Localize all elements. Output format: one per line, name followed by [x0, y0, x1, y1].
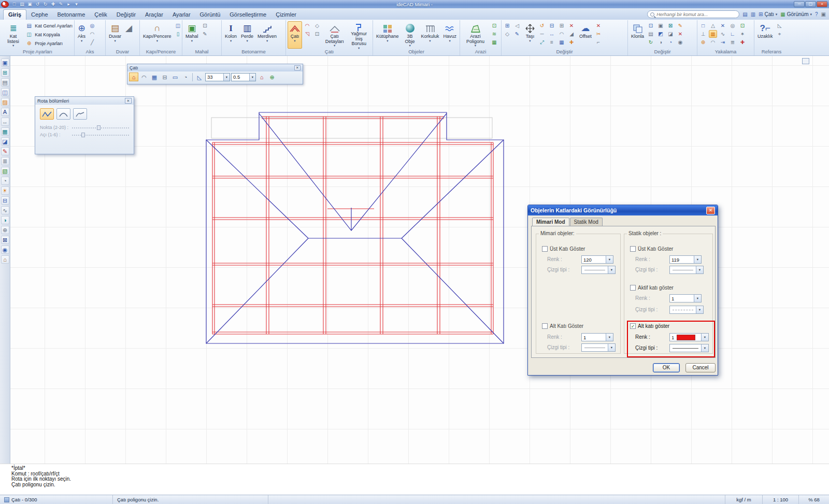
tab-betonarme[interactable]: Betonarme — [53, 10, 90, 20]
dynamic-input-icon[interactable]: ≣ — [728, 38, 737, 46]
fillet-icon[interactable]: ◠ — [558, 30, 566, 38]
group-icon[interactable]: ▣ — [656, 22, 665, 30]
roof-plane-tool-icon[interactable]: ◠ — [139, 73, 149, 81]
arazi-poligonu-button[interactable]: Arazi Poligonu▾ — [462, 21, 489, 49]
tab-celik[interactable]: Çelik — [90, 10, 111, 20]
endpoint-snap-icon[interactable]: □ — [699, 22, 707, 30]
tab-ayarlar[interactable]: Ayarlar — [168, 10, 195, 20]
select-fence-icon[interactable]: ◁ — [513, 22, 521, 30]
chamfer-icon[interactable]: ◢ — [567, 30, 576, 38]
hide-icon[interactable]: ◔ — [666, 38, 675, 46]
perpendicular-snap-icon[interactable]: ⊥ — [699, 30, 707, 38]
trim-icon[interactable]: ─ — [538, 30, 546, 38]
pencil-icon[interactable]: ✎ — [1, 147, 9, 155]
lock-icon[interactable]: ⊠ — [666, 22, 675, 30]
ortho-icon[interactable]: ∟ — [728, 30, 737, 38]
extend-icon[interactable]: ↔ — [548, 30, 556, 38]
walkthrough-icon[interactable]: ∿ — [1, 206, 9, 214]
tab-goruntu[interactable]: Görüntü — [195, 10, 225, 20]
spinner-icon[interactable]: ▾ — [694, 256, 701, 263]
tab-cephe[interactable]: Cephe — [26, 10, 52, 20]
close-icon[interactable]: ✕ — [294, 65, 301, 70]
camera-icon[interactable]: ◔ — [1, 177, 9, 185]
roof-apply-icon[interactable]: ⌂ — [257, 73, 266, 81]
mimari-alt-kati-goster-checkbox[interactable]: Alt Katı Göster — [542, 323, 583, 329]
roof-flat-tool-icon[interactable]: ▭ — [170, 73, 180, 81]
zoom-window-icon[interactable]: ⊞ — [1, 68, 9, 77]
panel-toggle-icon[interactable]: ▣ — [821, 11, 826, 17]
order-back-icon[interactable]: ◪ — [666, 30, 675, 38]
open-file-icon[interactable]: ▤ — [19, 1, 25, 7]
select-lasso-icon[interactable]: ◇ — [503, 30, 511, 38]
kat-listesi-button[interactable]: ≣ Kat listesi▾ — [3, 21, 24, 49]
aks-button[interactable]: ⊕ Aks▾ — [76, 21, 87, 49]
arc-route-button[interactable] — [56, 108, 70, 120]
command-search[interactable] — [647, 10, 739, 18]
korkuluk-button[interactable]: Korkuluk▾ — [419, 21, 440, 49]
statik-ust-kati-goster-checkbox[interactable]: Üst Katı Göster — [630, 246, 673, 252]
close-icon[interactable]: ✕ — [706, 207, 715, 214]
window-alt-icon[interactable]: ▯ — [174, 30, 182, 38]
slope-combo[interactable]: 33 ▾ — [205, 73, 230, 81]
library-panel-icon[interactable]: ≣ — [1, 157, 9, 165]
help-icon[interactable]: ? — [815, 11, 818, 17]
angle-reference-icon[interactable]: ◺ — [776, 22, 784, 30]
magnet-snap-icon[interactable]: ⊕ — [699, 38, 707, 46]
select-tool-icon[interactable]: ▣ — [1, 59, 9, 67]
chevron-down-icon[interactable]: ▾ — [223, 74, 230, 81]
rotate-icon[interactable]: ↺ — [538, 22, 546, 30]
home-view-icon[interactable]: ⌂ — [1, 255, 9, 264]
status-scale-pane[interactable]: 1 : 100 — [763, 495, 799, 504]
polyline-route-button[interactable] — [40, 108, 54, 120]
kapi-pencere-button[interactable]: ∩ Kapı/Pencere▾ — [141, 21, 173, 49]
mimari-ust-kati-goster-checkbox[interactable]: Üst Katı Göster — [542, 246, 585, 252]
kolon-button[interactable]: I Kolon▾ — [223, 21, 238, 49]
terrain-point-icon[interactable]: ⊡ — [490, 22, 498, 30]
chevron-down-icon[interactable]: ▾ — [249, 74, 255, 81]
layer-selector[interactable]: ⊞ Çatı ▾ — [759, 11, 777, 17]
hatch-icon[interactable]: ▨ — [1, 98, 9, 106]
axis-arc-icon[interactable]: ◠ — [88, 30, 96, 38]
nokta-slider[interactable] — [72, 125, 129, 130]
chevron-down-icon[interactable]: ▾ — [696, 266, 703, 273]
obje-3b-button[interactable]: 3B Obje▾ — [402, 21, 419, 49]
maximize-button[interactable]: ▢ — [805, 1, 816, 7]
mirror-icon[interactable]: ⊟ — [548, 22, 556, 30]
isolate-icon[interactable]: ◑ — [656, 38, 665, 46]
chevron-down-icon[interactable]: ▾ — [696, 306, 703, 313]
select-window-icon[interactable]: ⊞ — [503, 22, 511, 30]
alt-kati-goster-checkbox[interactable]: ✓ Alt katı göster — [630, 323, 669, 329]
perde-button[interactable]: ▥ Perde▾ — [239, 21, 255, 49]
redo-icon[interactable]: ↻ — [42, 1, 49, 7]
divide-icon[interactable]: ✂ — [594, 30, 603, 38]
paint-icon[interactable]: ✎ — [676, 22, 684, 30]
track-icon[interactable]: ⇥ — [719, 38, 727, 46]
roof-slab-tool-icon[interactable]: ⊟ — [160, 73, 169, 81]
minimize-button[interactable]: ─ — [794, 1, 805, 7]
chevron-down-icon[interactable]: ▾ — [608, 344, 615, 351]
klonla-button[interactable]: Klonla — [630, 21, 646, 49]
sun-icon[interactable]: ☀ — [1, 186, 9, 195]
refresh-icon[interactable]: ↻ — [647, 38, 655, 46]
kutuphane-button[interactable]: Kütüphane▾ — [375, 21, 401, 49]
tab-mimari-mod[interactable]: Mimari Mod — [532, 218, 569, 226]
measure-icon[interactable]: ⌐ — [594, 38, 603, 46]
roof-dome-tool-icon[interactable]: ◔ — [181, 73, 190, 81]
alt-renk-color-combo[interactable]: 1 ▾ — [669, 333, 709, 341]
room-tag-icon[interactable]: ⊡ — [201, 22, 209, 30]
select-brush-icon[interactable]: ✎ — [513, 30, 521, 38]
copy-icon[interactable]: ◪ — [1, 137, 9, 146]
roof-hole-icon[interactable]: ⊡ — [313, 30, 321, 38]
mimari-alt-renk-input[interactable]: 1▾ — [581, 333, 613, 341]
mimari-alt-cizgi-combo[interactable]: ▾ — [581, 343, 616, 352]
merdiven-button[interactable]: Merdiven▾ — [256, 21, 278, 49]
room-edit-icon[interactable]: ✎ — [201, 30, 209, 38]
mimari-ust-renk-input[interactable]: 120▾ — [581, 255, 613, 264]
close-icon[interactable]: ✕ — [125, 98, 132, 104]
aci-slider[interactable] — [72, 132, 129, 137]
array-icon[interactable]: ⊞ — [558, 22, 566, 30]
add-tool-icon[interactable]: ✚ — [50, 1, 56, 7]
terrain-edit-icon[interactable]: ▦ — [490, 38, 498, 46]
viewport-layout-icon[interactable] — [802, 58, 809, 64]
grid-snap-icon[interactable]: ▦ — [709, 30, 717, 38]
